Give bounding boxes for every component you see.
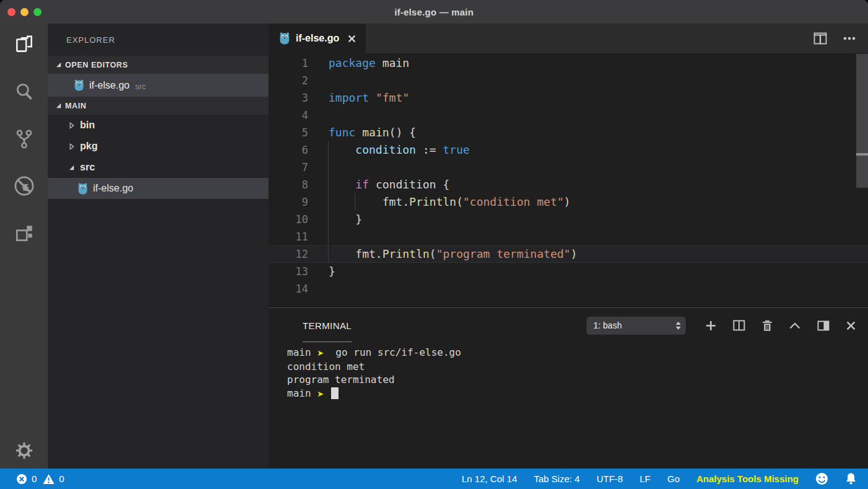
extensions-icon[interactable]	[9, 218, 39, 248]
editor-line-3[interactable]: 3import "fmt"	[268, 89, 868, 107]
terminal-select-value: 1: bash	[593, 320, 676, 330]
line-code: fmt.Println("program terminated")	[308, 246, 868, 262]
sidebar-title: EXPLORER	[48, 24, 268, 56]
errors-status[interactable]: 0	[16, 474, 37, 485]
line-number: 6	[268, 141, 308, 159]
terminal-line: condition met	[287, 360, 868, 374]
maximize-panel-icon[interactable]	[789, 322, 800, 329]
toggle-panel-icon[interactable]	[817, 320, 830, 331]
editor-line-12[interactable]: 12 fmt.Println("program terminated")	[268, 245, 868, 263]
code-editor[interactable]: 1package main23import "fmt"45func main()…	[268, 53, 868, 307]
line-code	[308, 159, 868, 176]
editor-scrollbar[interactable]	[856, 53, 868, 307]
editor-line-11[interactable]: 11	[268, 228, 868, 245]
error-count: 0	[32, 474, 37, 484]
editor-line-2[interactable]: 2	[268, 72, 868, 89]
editor-line-14[interactable]: 14	[268, 280, 868, 297]
status-item-lf[interactable]: LF	[640, 474, 651, 484]
tree-item-pkg[interactable]: pkg	[48, 136, 268, 157]
editor-line-10[interactable]: 10 }	[268, 211, 868, 228]
status-item-tab-size-4[interactable]: Tab Size: 4	[534, 474, 580, 484]
open-editors-header[interactable]: OPEN EDITORS	[48, 56, 268, 74]
debug-icon[interactable]	[9, 171, 39, 201]
notifications-bell-icon[interactable]	[845, 472, 857, 485]
new-terminal-icon[interactable]	[706, 320, 716, 331]
line-code: }	[308, 211, 868, 228]
line-code	[308, 107, 868, 124]
settings-gear-icon[interactable]	[0, 441, 48, 460]
editor-line-7[interactable]: 7	[268, 159, 868, 176]
line-code: fmt.Println("condition met")	[308, 193, 868, 211]
line-number: 9	[268, 193, 308, 211]
terminal-select[interactable]: 1: bash	[587, 317, 686, 335]
explorer-icon[interactable]	[9, 30, 39, 59]
open-editor-item[interactable]: if-else.go src	[48, 74, 268, 97]
kill-terminal-icon[interactable]	[762, 320, 773, 332]
editor-line-4[interactable]: 4	[268, 107, 868, 124]
line-number: 14	[268, 280, 308, 297]
chevron-collapsed-icon	[68, 122, 75, 129]
status-item-go[interactable]: Go	[667, 474, 680, 484]
activity-bar	[0, 24, 48, 469]
chevron-expanded-icon	[55, 102, 62, 109]
line-number: 4	[268, 107, 308, 124]
search-icon[interactable]	[9, 77, 39, 107]
tab-terminal[interactable]: TERMINAL	[303, 320, 352, 331]
close-panel-icon[interactable]	[846, 321, 856, 330]
scrollbar-slider[interactable]	[856, 54, 868, 188]
editor-line-1[interactable]: 1package main	[268, 55, 868, 72]
tab-if-else-go[interactable]: if-else.go	[268, 24, 366, 53]
feedback-smiley-icon[interactable]	[815, 472, 828, 485]
editor-lines: 1package main23import "fmt"45func main()…	[268, 55, 868, 297]
source-control-icon[interactable]	[9, 124, 39, 154]
open-editor-file-detail: src	[135, 80, 146, 91]
tab-bar: if-else.go	[268, 24, 868, 53]
line-code: }	[308, 263, 868, 280]
editor-group: if-else.go	[268, 24, 868, 469]
close-tab-icon[interactable]	[348, 35, 356, 43]
editor-line-9[interactable]: 9 fmt.Println("condition met")	[268, 193, 868, 211]
terminal-output[interactable]: main ➤ go run src/if-else.gocondition me…	[268, 343, 868, 469]
overview-ruler-marker	[856, 153, 868, 156]
tree-item-src[interactable]: src	[48, 157, 268, 178]
chevron-collapsed-icon	[68, 143, 75, 150]
split-editor-icon[interactable]	[813, 32, 827, 45]
tree-item-if-else-go[interactable]: if-else.go	[48, 178, 268, 199]
open-editors-label: OPEN EDITORS	[65, 61, 128, 69]
line-number: 2	[268, 72, 308, 89]
error-icon	[16, 474, 27, 485]
tree-item-bin[interactable]: bin	[48, 115, 268, 136]
editor-line-13[interactable]: 13}	[268, 263, 868, 280]
terminal-line: main ➤	[287, 387, 868, 401]
tree-item-label: if-else.go	[93, 183, 133, 194]
line-code	[308, 72, 868, 89]
status-item-ln-12-col-14[interactable]: Ln 12, Col 14	[462, 474, 517, 484]
terminal-panel: TERMINAL 1: bash	[268, 307, 868, 469]
warning-count: 0	[59, 474, 64, 484]
main-section-header[interactable]: MAIN	[48, 97, 268, 115]
line-number: 3	[268, 89, 308, 107]
line-number: 12	[268, 246, 308, 262]
explorer-sidebar: EXPLORER OPEN EDITORS if-el	[48, 24, 268, 469]
editor-line-6[interactable]: 6 condition := true	[268, 141, 868, 159]
warnings-status[interactable]: 0	[43, 474, 64, 485]
title-bar: if-else.go — main	[0, 0, 868, 24]
main-section-label: MAIN	[65, 102, 86, 110]
line-number: 10	[268, 211, 308, 228]
editor-line-5[interactable]: 5func main() {	[268, 124, 868, 141]
panel-actions	[706, 320, 868, 332]
status-item-utf-8[interactable]: UTF-8	[596, 474, 623, 484]
more-actions-icon[interactable]	[843, 37, 856, 40]
status-item-analysis-tools-missing[interactable]: Analysis Tools Missing	[696, 474, 799, 484]
line-code: import "fmt"	[308, 89, 868, 107]
line-number: 5	[268, 124, 308, 141]
line-code: condition := true	[308, 141, 868, 159]
status-bar: 0 0 Ln 12, Col 14Tab Size: 4UTF-8LFGoAna…	[0, 469, 868, 489]
warning-icon	[43, 474, 55, 485]
go-gopher-icon	[74, 79, 84, 91]
window-title: if-else.go — main	[0, 7, 868, 17]
split-terminal-icon[interactable]	[733, 320, 745, 331]
editor-line-8[interactable]: 8 if condition {	[268, 176, 868, 193]
panel-header: TERMINAL 1: bash	[268, 308, 868, 343]
file-tree: binpkgsrcif-else.go	[48, 115, 268, 469]
